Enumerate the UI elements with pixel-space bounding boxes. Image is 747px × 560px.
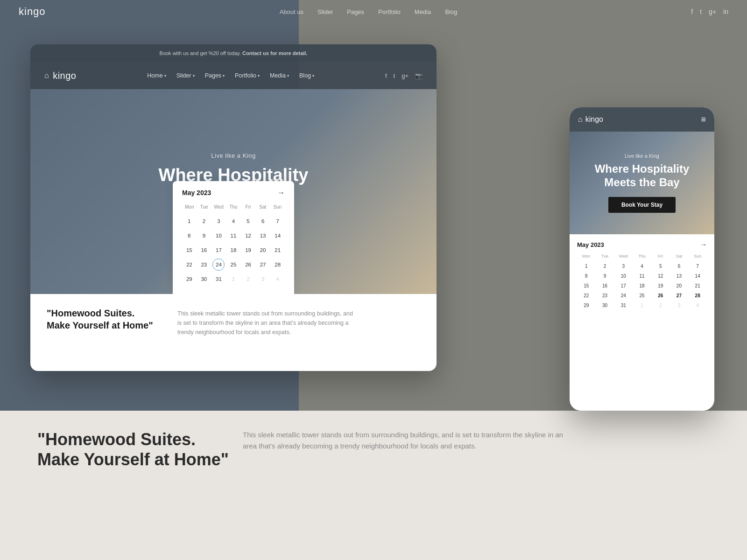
mobile-cal-day[interactable]: 16 [596,281,614,291]
cal-day[interactable]: 17 [212,244,225,256]
instagram-icon[interactable]: 📷 [415,72,423,79]
cal-day[interactable]: 22 [183,259,195,271]
mobile-cal-day[interactable]: 8 [577,271,596,281]
mobile-cal-day[interactable]: 15 [577,281,596,291]
cal-day-other[interactable]: 4 [272,273,284,285]
cal-day[interactable]: 10 [212,230,225,242]
mobile-cal-day[interactable]: 21 [688,281,707,291]
nav-home[interactable]: Home ▾ [147,72,166,79]
cal-day[interactable]: 11 [227,230,240,242]
nav-pages[interactable]: Pages ▾ [205,72,225,79]
cal-day[interactable]: 1 [183,215,195,227]
mobile-cal-day-highlighted[interactable]: 26 [651,291,670,301]
mobile-cal-day[interactable]: 20 [670,281,689,291]
cal-day-other[interactable]: 3 [257,273,269,285]
mobile-cal-day[interactable]: 6 [670,261,689,271]
calendar-next-arrow[interactable]: → [277,189,285,197]
cal-day[interactable]: 5 [242,215,254,227]
mobile-cal-day[interactable]: 13 [670,271,689,281]
cal-day[interactable]: 2 [198,215,210,227]
cal-day[interactable]: 16 [198,244,210,256]
mobile-cal-day[interactable]: 29 [577,301,596,310]
mobile-cal-day-other[interactable]: 2 [651,301,670,310]
cal-day[interactable]: 12 [242,230,254,242]
card-quote: "Homewood Suites. Make Yourself at Home" [47,307,159,331]
cal-day[interactable]: 30 [198,273,210,285]
logo-text: kingo [53,70,76,81]
mobile-cal-day-other[interactable]: 1 [633,301,651,310]
mobile-cal-day[interactable]: 31 [614,301,633,310]
cal-day[interactable]: 26 [242,259,254,271]
mobile-weekdays: Mon Tue Wed Thu Fri Sat Sun [577,254,707,259]
mobile-cal-day[interactable]: 24 [614,291,633,301]
mobile-cal-day[interactable]: 19 [651,281,670,291]
mobile-cal-day[interactable]: 11 [633,271,651,281]
bg-nav-links: About us Slider Pages Portfolio Media Bl… [280,8,458,15]
mobile-cal-day[interactable]: 18 [633,281,651,291]
cal-day[interactable]: 18 [227,244,240,256]
hamburger-menu-icon[interactable]: ≡ [701,115,706,125]
cal-day[interactable]: 9 [198,230,210,242]
cal-day[interactable]: 23 [198,259,210,271]
bg-navbar: kingo About us Slider Pages Portfolio Me… [0,0,747,23]
nav-blog[interactable]: Blog ▾ [299,72,314,79]
mobile-cal-day[interactable]: 30 [596,301,614,310]
cal-day-today[interactable]: 24 [212,259,225,271]
cal-day-other[interactable]: 1 [227,273,240,285]
cal-day[interactable]: 25 [227,259,240,271]
twitter-icon[interactable]: t [394,72,395,79]
mobile-tagline: Live like a King [625,153,659,159]
mobile-cal-day[interactable]: 7 [688,261,707,271]
cal-day[interactable]: 31 [212,273,225,285]
calendar-popup: May 2023 → Mon Tue Wed Thu Fri Sat Sun 1… [173,181,294,294]
mobile-cal-day-highlighted[interactable]: 27 [670,291,689,301]
cal-day[interactable]: 13 [257,230,269,242]
mobile-cal-day[interactable]: 9 [596,271,614,281]
facebook-icon[interactable]: f [385,72,387,79]
bg-bottom-text: This sleek metallic tower stands out fro… [243,429,570,452]
mobile-calendar: May 2023 → Mon Tue Wed Thu Fri Sat Sun 1… [570,234,714,318]
mobile-navbar: ⌂ kingo ≡ [570,107,714,132]
cal-day[interactable]: 4 [227,215,240,227]
mobile-book-button[interactable]: Book Your Stay [608,197,676,213]
cal-day-other[interactable]: 2 [242,273,254,285]
mobile-cal-day[interactable]: 2 [596,261,614,271]
mobile-cal-day[interactable]: 5 [651,261,670,271]
calendar-header: May 2023 → [182,189,285,197]
mobile-cal-day-highlighted[interactable]: 28 [688,291,707,301]
cal-day[interactable]: 7 [272,215,284,227]
cal-day[interactable]: 29 [183,273,195,285]
mobile-cal-day-other[interactable]: 4 [688,301,707,310]
bg-social-icons: f t g+ in [691,8,728,15]
gplus-icon[interactable]: g+ [402,72,409,79]
cal-day[interactable]: 20 [257,244,269,256]
cal-day[interactable]: 19 [242,244,254,256]
bg-logo: kingo [19,6,46,18]
cal-day[interactable]: 6 [257,215,269,227]
cal-day[interactable]: 27 [257,259,269,271]
mobile-cal-day[interactable]: 17 [614,281,633,291]
cal-day[interactable]: 14 [272,230,284,242]
cal-day[interactable]: 15 [183,244,195,256]
cal-day[interactable]: 21 [272,244,284,256]
mobile-cal-day[interactable]: 14 [688,271,707,281]
nav-slider[interactable]: Slider ▾ [176,72,195,79]
mobile-cal-day[interactable]: 23 [596,291,614,301]
mobile-cal-day[interactable]: 22 [577,291,596,301]
mobile-cal-day[interactable]: 1 [577,261,596,271]
nav-media[interactable]: Media ▾ [270,72,289,79]
mobile-calendar-arrow[interactable]: → [700,241,707,248]
cal-day[interactable]: 8 [183,230,195,242]
nav-links[interactable]: Home ▾ Slider ▾ Pages ▾ Portfolio ▾ Medi… [147,72,314,79]
mobile-cal-day[interactable]: 3 [614,261,633,271]
cal-day[interactable]: 3 [212,215,225,227]
cal-day[interactable]: 28 [272,259,284,271]
mobile-cal-day[interactable]: 25 [633,291,651,301]
mobile-cal-day-other[interactable]: 3 [670,301,689,310]
mobile-cal-day[interactable]: 12 [651,271,670,281]
nav-social: f t g+ 📷 [385,72,423,79]
mobile-cal-day[interactable]: 4 [633,261,651,271]
nav-portfolio[interactable]: Portfolio ▾ [235,72,260,79]
mobile-cal-day[interactable]: 10 [614,271,633,281]
hero-tagline: Live like a King [211,152,255,159]
